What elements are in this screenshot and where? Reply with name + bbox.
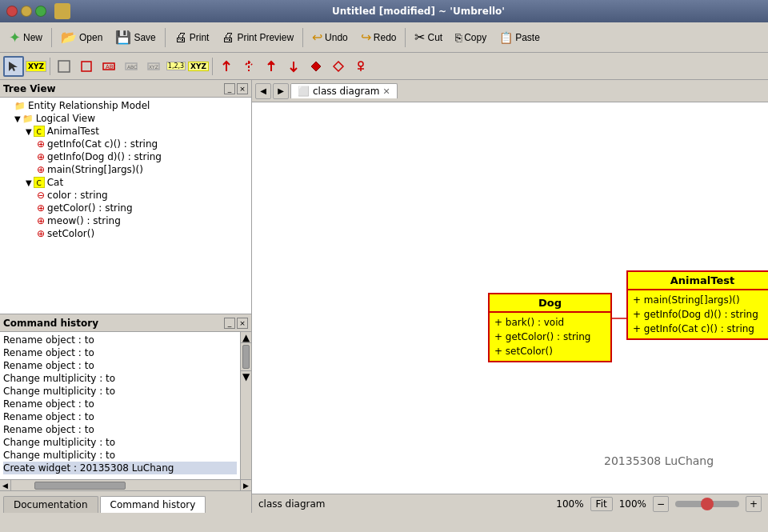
zoom-slider-thumb[interactable]: [701, 498, 714, 510]
class-dog-body: + bark() : void + getColor() : string + …: [490, 313, 610, 361]
tree-panel-minimize[interactable]: _: [224, 83, 235, 94]
scroll-left-btn[interactable]: ◀: [0, 480, 11, 491]
tab-command-history[interactable]: Command history: [100, 496, 206, 513]
tree-item-op3[interactable]: ⊕ main(String[]args)(): [2, 163, 250, 176]
tab-documentation[interactable]: Documentation: [3, 496, 98, 513]
paste-label: Paste: [515, 32, 540, 43]
class-dog[interactable]: Dog + bark() : void + getColor() : strin…: [488, 293, 612, 362]
tool-9-button[interactable]: XYZ: [188, 56, 209, 77]
tool-5-button[interactable]: ABC: [98, 56, 119, 77]
cmd-h-scrollbar[interactable]: ◀ ▶: [0, 479, 251, 490]
cut-label: Cut: [427, 32, 442, 43]
zoom-percent-right: 100%: [619, 498, 646, 510]
arrow-up-button[interactable]: [216, 56, 237, 77]
diagram-area: ◀ ▶ ⬜ class diagram ✕: [252, 80, 768, 513]
tree-item-animaltest[interactable]: ▼ C AnimalTest: [2, 125, 250, 138]
cmd-scrollbar[interactable]: ▲ ▼: [240, 332, 251, 479]
toolbar-sep-1: [51, 28, 52, 47]
tree-panel-controls[interactable]: _ ×: [224, 83, 248, 94]
tree-item-op6[interactable]: ⊕ setColor(): [2, 227, 250, 240]
save-button[interactable]: 💾 Save: [110, 26, 161, 48]
arrow-down-button[interactable]: [283, 56, 304, 77]
scroll-right-btn[interactable]: ▶: [240, 480, 251, 491]
tree-item-cat[interactable]: ▼ C Cat: [2, 176, 250, 189]
expand-icon: ▼: [14, 114, 21, 123]
print-button[interactable]: 🖨 Print: [169, 27, 215, 48]
print-icon: 🖨: [174, 30, 187, 45]
arrow-up-dashed-button[interactable]: [238, 56, 259, 77]
class-dog-method-1: + bark() : void: [494, 315, 606, 330]
class-animaltest-body: + main(String[]args)() + getInfo(Dog d)(…: [628, 290, 768, 338]
tab-nav-right[interactable]: ▶: [273, 83, 289, 99]
tab-nav-left[interactable]: ◀: [255, 83, 271, 99]
anchor-button[interactable]: [350, 56, 371, 77]
scroll-thumb-cmd[interactable]: [242, 345, 250, 369]
xyz-badge-2: XYZ: [188, 62, 209, 71]
zoom-in-button[interactable]: +: [746, 496, 762, 512]
close-button[interactable]: [6, 6, 18, 17]
toolbar-sep-3: [302, 28, 303, 47]
tree-item-logical-view[interactable]: ▼ 📁 Logical View: [2, 112, 250, 125]
cmd-panel-minimize[interactable]: _: [224, 318, 235, 329]
window-controls[interactable]: [6, 6, 46, 17]
cmd-panel-controls[interactable]: _ ×: [224, 318, 248, 329]
tree-item-op1[interactable]: ⊕ getInfo(Cat c)() : string: [2, 138, 250, 150]
tool-4-button[interactable]: [76, 56, 97, 77]
diamond-empty-button[interactable]: [328, 56, 349, 77]
open-icon: 📂: [61, 30, 77, 45]
scroll-up-btn[interactable]: ▲: [241, 332, 251, 343]
cmd-panel-close[interactable]: ×: [237, 318, 248, 329]
tree-panel-close[interactable]: ×: [237, 83, 248, 94]
cut-button[interactable]: ✂ Cut: [409, 26, 448, 48]
arrow-up2-button[interactable]: [261, 56, 282, 77]
tree-item-erm[interactable]: 📁 Entity Relationship Model: [2, 99, 250, 112]
diagram-tab-class[interactable]: ⬜ class diagram ✕: [290, 83, 398, 98]
tree-item-label-11: setColor(): [47, 228, 94, 239]
tree-item-op4[interactable]: ⊕ getColor() : string: [2, 202, 250, 214]
tree-item-op5[interactable]: ⊕ meow() : string: [2, 214, 250, 227]
minimize-button[interactable]: [21, 6, 32, 17]
maximize-button[interactable]: [35, 6, 46, 17]
cmd-item-8: Rename object : to: [3, 423, 237, 436]
xyz-label: XYZ: [26, 61, 46, 72]
h-scroll-track[interactable]: [11, 480, 240, 490]
tree-item-attr1[interactable]: ⊖ color : string: [2, 189, 250, 202]
diagram-canvas[interactable]: AnimalTest + main(String[]args)() + getI…: [252, 102, 768, 494]
scroll-track[interactable]: [241, 345, 251, 369]
redo-button[interactable]: ↪ Redo: [355, 26, 402, 48]
tree-item-op2[interactable]: ⊕ getInfo(Dog d)() : string: [2, 150, 250, 163]
svg-text:ABC: ABC: [127, 64, 137, 70]
op-icon-4: ⊕: [37, 202, 45, 214]
xyz-badge-button[interactable]: XYZ: [26, 56, 46, 77]
tree-item-label: Entity Relationship Model: [28, 100, 150, 111]
zoom-out-button[interactable]: −: [653, 496, 669, 512]
cmd-item-10: Change multiplicity : to: [3, 449, 237, 462]
zoom-percent-left: 100%: [556, 498, 583, 510]
cmd-item-4: Change multiplicity : to: [3, 372, 237, 385]
cmd-header: Command history _ ×: [0, 314, 251, 332]
tool-3-button[interactable]: [54, 56, 74, 77]
copy-button[interactable]: ⎘ Copy: [450, 28, 492, 47]
paste-button[interactable]: 📋 Paste: [494, 28, 546, 47]
svg-text:XYZ: XYZ: [149, 64, 158, 70]
open-label: Open: [79, 32, 102, 43]
select-tool-button[interactable]: [3, 56, 24, 77]
class-animaltest[interactable]: AnimalTest + main(String[]args)() + getI…: [626, 270, 768, 340]
fit-button[interactable]: Fit: [590, 497, 613, 511]
op-icon-6: ⊕: [37, 228, 45, 239]
new-button[interactable]: ✦ New: [3, 26, 48, 50]
zoom-slider[interactable]: [675, 501, 739, 507]
print-preview-button[interactable]: 🖨 Print Preview: [216, 27, 299, 48]
main-content: Tree View _ × 📁 Entity Relationship Mode…: [0, 80, 768, 513]
open-button[interactable]: 📂 Open: [55, 26, 108, 48]
undo-button[interactable]: ↩ Undo: [306, 26, 354, 48]
tool-7-button[interactable]: XYZ: [143, 56, 164, 77]
diagram-tab-close[interactable]: ✕: [383, 86, 390, 97]
tool-6-button[interactable]: ABC: [121, 56, 142, 77]
tree-item-label-3: AnimalTest: [47, 126, 99, 137]
diamond-button[interactable]: [306, 56, 326, 77]
h-scroll-thumb[interactable]: [34, 482, 126, 490]
cmd-body: Rename object : to Rename object : to Re…: [0, 332, 251, 479]
scroll-down-btn[interactable]: ▼: [241, 370, 251, 382]
tool-8-button[interactable]: 1,2,3: [166, 56, 186, 77]
